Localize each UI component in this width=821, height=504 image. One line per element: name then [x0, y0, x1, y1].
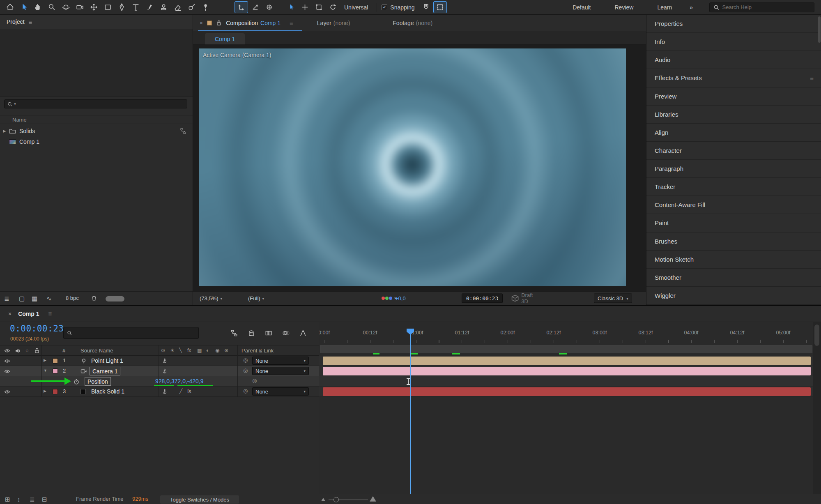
- video-column-eye-icon[interactable]: [4, 349, 10, 353]
- hide-shy-layers-button[interactable]: [244, 327, 258, 339]
- eye-icon[interactable]: [4, 359, 10, 363]
- panel-item-brushes[interactable]: Brushes: [646, 232, 821, 251]
- layer-bar-camera[interactable]: [323, 367, 811, 375]
- layer-name[interactable]: Black Solid 1: [91, 388, 124, 395]
- brush-tool-button[interactable]: [143, 1, 156, 13]
- help-search-box[interactable]: [709, 2, 814, 12]
- composition-viewport[interactable]: Active Camera (Camera 1): [199, 48, 626, 286]
- frame-blending-button[interactable]: [262, 327, 276, 339]
- camera-tool-button[interactable]: [73, 1, 87, 13]
- layer-color-swatch[interactable]: [53, 368, 58, 374]
- project-footer-icon-1[interactable]: ≣: [4, 295, 9, 302]
- disclosure-triangle-icon[interactable]: ▶: [0, 129, 9, 133]
- type-tool-button[interactable]: [129, 1, 143, 13]
- project-panel-header[interactable]: Project ≡: [0, 15, 193, 29]
- panel-item-smoother[interactable]: Smoother: [646, 269, 821, 287]
- adjustment-switch-icon[interactable]: ◉: [215, 348, 219, 353]
- layer-name-selected[interactable]: Camera 1: [90, 367, 120, 375]
- project-footer-icon-4[interactable]: ∿: [46, 295, 52, 302]
- zoom-out-mountain-icon[interactable]: [321, 498, 325, 501]
- trash-icon[interactable]: [91, 295, 97, 301]
- draft-3d-toggle[interactable]: Draft 3D: [511, 292, 533, 304]
- timeline-track-area[interactable]: 0:00f 00:12f 01:00f 01:12f 02:00f 02:12f…: [319, 322, 813, 494]
- scroll-pill[interactable]: [106, 296, 124, 301]
- project-column-header[interactable]: Name: [0, 115, 193, 124]
- ruler-tick-label[interactable]: 0:00f: [319, 330, 330, 336]
- graph-editor-button[interactable]: [296, 327, 310, 339]
- scrollbar-thumb[interactable]: [814, 324, 819, 346]
- parent-dropdown[interactable]: None▾: [252, 367, 309, 375]
- workspace-default[interactable]: Default: [573, 4, 591, 11]
- timeline-vertical-scrollbar[interactable]: [813, 322, 821, 494]
- shape-tool-button[interactable]: [101, 1, 115, 13]
- ruler-tick-label[interactable]: 00:12f: [363, 330, 377, 336]
- gizmo-scale-button[interactable]: [312, 1, 326, 13]
- project-footer-icon-2[interactable]: ▢: [19, 295, 25, 302]
- layer-name[interactable]: Point Light 1: [91, 357, 123, 364]
- quality-switch-icon[interactable]: ╲: [179, 348, 182, 353]
- layer-bar-point-light[interactable]: [323, 357, 811, 365]
- panel-item-audio[interactable]: Audio: [646, 51, 821, 69]
- project-item-comp1[interactable]: Comp 1: [0, 136, 193, 147]
- frame-blend-switch-icon[interactable]: ▦: [197, 348, 202, 353]
- pen-tool-button[interactable]: [115, 1, 129, 13]
- motion-blur-switch-icon[interactable]: ◐: [206, 348, 209, 353]
- in-out-columns-icon[interactable]: ⊟: [42, 496, 47, 503]
- gizmo-select-button[interactable]: [284, 1, 298, 13]
- toggle-switches-modes-button[interactable]: Toggle Switches / Modes: [160, 495, 239, 504]
- ruler-tick-label[interactable]: 05:00f: [776, 330, 791, 336]
- motion-blur-button[interactable]: [279, 327, 293, 339]
- panel-item-properties[interactable]: Properties: [646, 15, 821, 33]
- ruler-tick-label[interactable]: 02:00f: [501, 330, 515, 336]
- panel-menu-icon[interactable]: ≡: [290, 19, 293, 26]
- layer-switch-anchor-icon[interactable]: [162, 368, 168, 374]
- workspace-review[interactable]: Review: [614, 4, 633, 11]
- playhead-line[interactable]: [410, 329, 411, 494]
- audio-column-speaker-icon[interactable]: [15, 348, 21, 354]
- viewer-timecode[interactable]: 0:00:00:23: [462, 294, 503, 303]
- layer-color-swatch[interactable]: [53, 389, 58, 394]
- gizmo-move-button[interactable]: [298, 1, 312, 13]
- renderer-dropdown[interactable]: Classic 3D▾: [594, 294, 632, 303]
- lock-column-icon[interactable]: [34, 348, 40, 354]
- parent-pickwhip-icon[interactable]: ◎: [243, 357, 248, 363]
- panel-menu-icon[interactable]: ≡: [810, 74, 814, 81]
- eraser-tool-button[interactable]: [171, 1, 184, 13]
- snap-grid-button[interactable]: [433, 1, 447, 13]
- panel-item-effects-presets[interactable]: Effects & Presets≡: [646, 69, 821, 87]
- layer-row-black-solid[interactable]: ▶ 3 Black Solid 1 ╱ fx ◎ None▾: [0, 387, 319, 397]
- magnification-dropdown[interactable]: (73,5%)▾: [200, 295, 222, 301]
- search-options-caret-icon[interactable]: ▾: [14, 102, 16, 106]
- timeline-search-input[interactable]: [74, 330, 195, 336]
- exposure-control[interactable]: +0,0: [393, 295, 406, 301]
- panel-item-align[interactable]: Align: [646, 124, 821, 142]
- workspace-learn[interactable]: Learn: [657, 4, 672, 11]
- shy-switch-icon[interactable]: ⊙: [161, 348, 165, 353]
- disclosure-triangle-icon[interactable]: ▶: [44, 389, 46, 393]
- orbit-tool-button[interactable]: [59, 1, 73, 13]
- roto-brush-tool-button[interactable]: [185, 1, 198, 13]
- workspace-overflow-chevrons[interactable]: »: [690, 4, 693, 11]
- snapping-label[interactable]: Snapping: [390, 4, 414, 11]
- parent-dropdown[interactable]: None▾: [252, 357, 309, 365]
- pan-behind-tool-button[interactable]: [87, 1, 101, 13]
- parent-pickwhip-icon[interactable]: ◎: [243, 388, 248, 394]
- timeline-tab-label[interactable]: Comp 1: [18, 311, 39, 317]
- quality-setting-icon[interactable]: ╱: [179, 388, 182, 394]
- selection-tool-button[interactable]: [17, 1, 31, 13]
- universal-mode-label[interactable]: Universal: [344, 4, 368, 11]
- layer-tab-label[interactable]: Layer: [317, 20, 331, 26]
- render-cache-icon[interactable]: ⊞: [5, 496, 10, 503]
- ruler-tick-label[interactable]: 02:12f: [547, 330, 561, 336]
- item-label[interactable]: Solids: [19, 128, 35, 134]
- ruler-tick-label[interactable]: 04:12f: [730, 330, 745, 336]
- home-button[interactable]: [3, 1, 17, 13]
- layer-switch-anchor-icon[interactable]: [162, 358, 168, 364]
- zoom-in-mountain-icon[interactable]: [370, 496, 376, 502]
- parent-dropdown[interactable]: None▾: [252, 387, 309, 396]
- help-search-input[interactable]: [722, 4, 810, 10]
- property-pickwhip-icon[interactable]: ◎: [252, 377, 257, 384]
- disclosure-triangle-icon[interactable]: ▶: [44, 358, 46, 362]
- parent-link-column-label[interactable]: Parent & Link: [241, 348, 274, 354]
- transfer-controls-icon[interactable]: ≣: [30, 496, 35, 503]
